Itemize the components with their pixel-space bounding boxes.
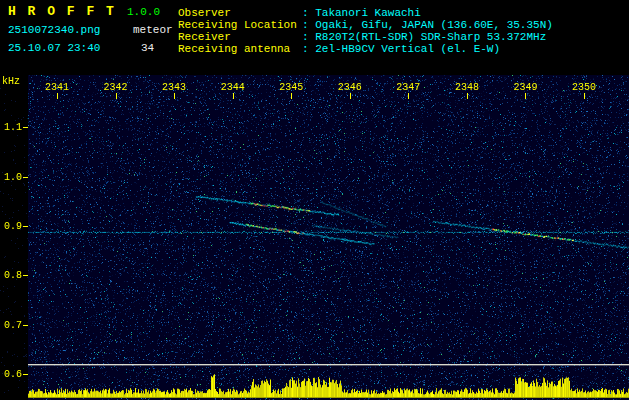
echo-count: 34 (141, 42, 154, 54)
info-label: Receiving antenna (178, 43, 302, 55)
x-tick-label: 2350 (570, 82, 598, 93)
info-label: Receiver (178, 31, 302, 43)
x-tick-label: 2343 (160, 82, 188, 93)
x-tick-label: 2344 (219, 82, 247, 93)
y-tick-label: 0.9 (2, 221, 22, 232)
app-version: 1.0.0 (127, 6, 160, 18)
info-value: : Takanori Kawachi (302, 7, 421, 19)
info-label: Observer (178, 7, 302, 19)
x-tick-label: 2342 (102, 82, 130, 93)
x-tick-label: 2348 (453, 82, 481, 93)
station-info-row: Observer: Takanori Kawachi (178, 7, 553, 19)
x-tick-label: 2346 (336, 82, 364, 93)
x-tick-label: 2345 (277, 82, 305, 93)
spectrogram-canvas (0, 75, 629, 400)
info-value: : R820T2(RTL-SDR) SDR-Sharp 53.372MHz (302, 31, 546, 43)
y-tick-label: 0.8 (2, 270, 22, 281)
y-tick-label: 1.0 (2, 172, 22, 183)
x-tick-label: 2349 (511, 82, 539, 93)
station-info-row: Receiving antenna: 2el-HB9CV Vertical (e… (178, 43, 553, 55)
x-tick-label: 2341 (43, 82, 71, 93)
timestamp: 25.10.07 23:40 (8, 42, 100, 54)
hrofft-screen: H R O F F T 1.0.0 2510072340.png meteor … (0, 0, 629, 400)
y-tick-label: 0.6 (2, 369, 22, 380)
y-tick-label: 1.1 (2, 122, 22, 133)
app-title: H R O F F T (8, 4, 116, 19)
station-info-row: Receiving Location: Ogaki, Gifu, JAPAN (… (178, 19, 553, 31)
output-filename: 2510072340.png (8, 24, 100, 36)
info-label: Receiving Location (178, 19, 302, 31)
station-info-row: Receiver: R820T2(RTL-SDR) SDR-Sharp 53.3… (178, 31, 553, 43)
station-info: Observer: Takanori KawachiReceiving Loca… (178, 7, 553, 55)
y-tick-label: 0.7 (2, 320, 22, 331)
x-tick-label: 2347 (394, 82, 422, 93)
info-value: : Ogaki, Gifu, JAPAN (136.60E, 35.35N) (302, 19, 553, 31)
info-value: : 2el-HB9CV Vertical (el. E-W) (302, 43, 500, 55)
y-axis-unit-label: kHz (2, 76, 20, 87)
spectrogram-panel: kHz 234123422343234423452346234723482349… (0, 75, 629, 400)
mode-label: meteor (133, 24, 173, 36)
header: H R O F F T 1.0.0 2510072340.png meteor … (0, 0, 629, 75)
